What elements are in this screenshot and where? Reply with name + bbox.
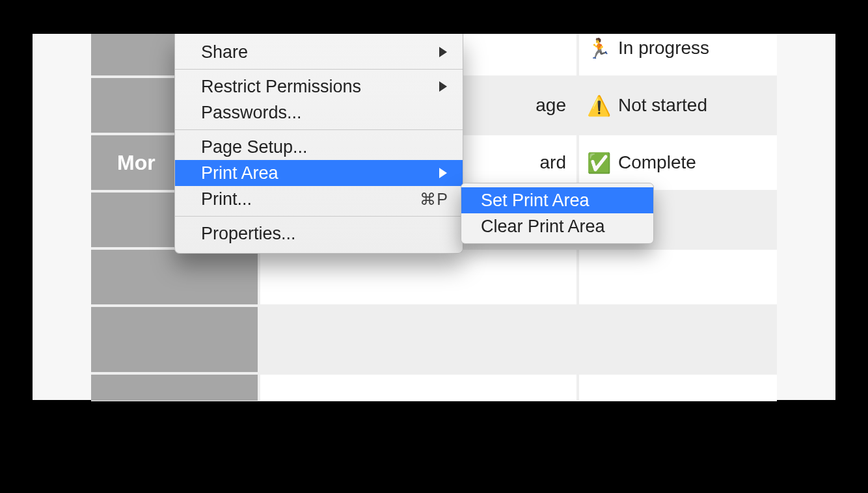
menu-label: Passwords...	[201, 100, 302, 126]
cell[interactable]	[260, 307, 579, 372]
submenu-print-area: Set Print Area Clear Print Area	[461, 183, 654, 244]
menu-item-share[interactable]: Share	[175, 39, 463, 65]
table-row	[91, 250, 777, 307]
row-header	[91, 307, 260, 372]
chevron-right-icon	[439, 168, 448, 178]
menu-item-page-setup[interactable]: Page Setup...	[175, 134, 463, 160]
running-person-icon: 🏃	[587, 37, 610, 60]
chevron-right-icon	[439, 47, 448, 57]
row-header	[91, 375, 260, 401]
cell-status[interactable]	[579, 307, 777, 372]
context-menu: Share Restrict Permissions Passwords... …	[174, 34, 463, 254]
cell-status[interactable]: 🏃 In progress	[579, 34, 777, 75]
row-header-text: Mor	[117, 151, 156, 175]
cell[interactable]	[260, 250, 579, 304]
viewport: 🏃 In progress age ⚠️ Not started Mor	[91, 34, 777, 401]
menu-label: Share	[201, 39, 248, 65]
menu-label: Page Setup...	[201, 134, 308, 160]
menu-item-properties[interactable]: Properties...	[175, 220, 463, 246]
menu-label: Print...	[201, 186, 252, 212]
table-row	[91, 307, 777, 375]
partial-text: ard	[540, 152, 566, 173]
cell-status[interactable]	[579, 250, 777, 304]
cell-status[interactable]: ✅ Complete	[579, 135, 777, 190]
warning-icon: ⚠️	[587, 94, 610, 117]
partial-text: age	[536, 95, 566, 116]
status-text: In progress	[618, 38, 709, 59]
window-frame: 🏃 In progress age ⚠️ Not started Mor	[33, 34, 835, 400]
menu-label: Properties...	[201, 220, 296, 246]
svg-marker-0	[439, 47, 447, 57]
status-text: Not started	[618, 95, 707, 116]
cell-status[interactable]	[579, 375, 777, 401]
menu-item-passwords[interactable]: Passwords...	[175, 100, 463, 126]
separator	[175, 69, 463, 70]
svg-marker-1	[439, 81, 447, 92]
submenu-item-clear-print-area[interactable]: Clear Print Area	[461, 213, 653, 239]
row-header	[91, 250, 260, 304]
menu-label: Restrict Permissions	[201, 73, 361, 100]
table-row	[91, 375, 777, 401]
submenu-item-set-print-area[interactable]: Set Print Area	[461, 187, 653, 213]
menu-label: Print Area	[201, 160, 278, 186]
status-text: Complete	[618, 152, 696, 173]
cell[interactable]	[260, 375, 579, 401]
svg-marker-2	[439, 168, 447, 178]
menu-label: Clear Print Area	[481, 213, 605, 239]
menu-item-print[interactable]: Print... ⌘P	[175, 186, 463, 212]
menu-label: Set Print Area	[481, 187, 590, 213]
shortcut-text: ⌘P	[420, 186, 448, 212]
menu-item-print-area[interactable]: Print Area	[175, 160, 463, 186]
check-icon: ✅	[587, 152, 610, 174]
separator	[175, 216, 463, 217]
menu-item-restrict-permissions[interactable]: Restrict Permissions	[175, 73, 463, 100]
chevron-right-icon	[439, 81, 448, 92]
cell-status[interactable]: ⚠️ Not started	[579, 78, 777, 133]
separator	[175, 129, 463, 130]
